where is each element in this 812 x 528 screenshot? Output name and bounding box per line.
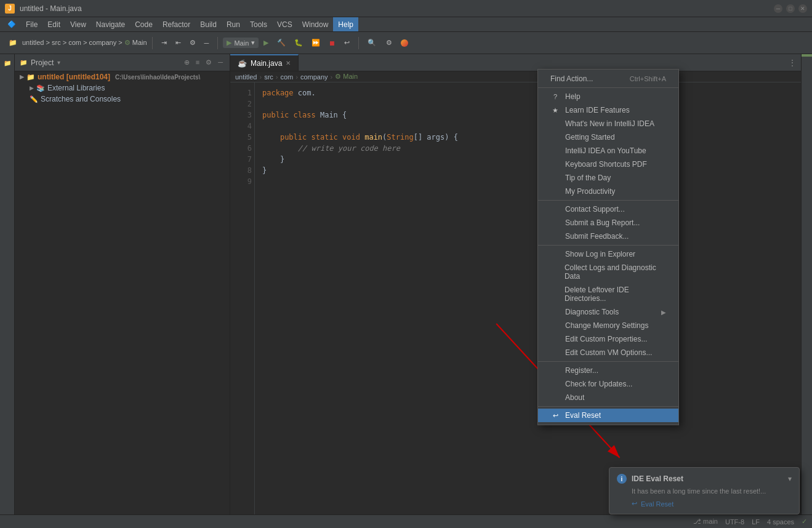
- menu-keyboard-shortcuts[interactable]: Keyboard Shortcuts PDF: [538, 158, 678, 171]
- menu-edit-custom-props[interactable]: Edit Custom Properties...: [538, 332, 678, 346]
- menu-submit-feedback[interactable]: Submit Feedback...: [538, 230, 678, 243]
- close-button[interactable]: ✕: [798, 4, 807, 13]
- notification-header: i IDE Eval Reset ▾: [617, 474, 792, 484]
- panel-collapse-btn[interactable]: ≡: [194, 58, 201, 67]
- minimize-button[interactable]: ─: [774, 4, 782, 13]
- breadcrumb-untitled: untitled: [235, 73, 257, 81]
- project-panel-title: Project: [31, 58, 54, 67]
- maximize-button[interactable]: □: [786, 4, 795, 13]
- project-dropdown[interactable]: 📁: [5, 37, 21, 49]
- scratches-label: Scratches and Consoles: [41, 95, 121, 103]
- code-content[interactable]: package com. public class Main { public …: [255, 82, 801, 514]
- menu-window[interactable]: Window: [297, 17, 334, 31]
- toolbar-run-group: ▶ Main ▾ ▶ 🔨 🐛 ⏩ ⏹ ↩: [223, 37, 353, 49]
- menu-help-item[interactable]: ? Help: [538, 90, 678, 103]
- line-ending[interactable]: LF: [752, 518, 760, 526]
- run-tests-btn[interactable]: ⏩: [308, 37, 324, 49]
- toolbar-minus-btn[interactable]: ─: [201, 38, 213, 49]
- menu-refactor[interactable]: Refactor: [158, 17, 195, 31]
- menu-item-app[interactable]: 🔷: [2, 17, 21, 31]
- menu-tip-of-day[interactable]: Tip of the Day: [538, 171, 678, 185]
- settings-btn[interactable]: ⚙: [382, 37, 396, 49]
- menu-whats-new[interactable]: What's New in IntelliJ IDEA: [538, 117, 678, 130]
- menu-file[interactable]: File: [21, 17, 42, 31]
- status-right: ⎇ main UTF-8 LF 4 spaces ✓: [693, 518, 807, 526]
- tab-main-java[interactable]: ☕ Main.java ✕: [230, 54, 299, 71]
- menu-about[interactable]: About: [538, 391, 678, 404]
- menu-edit[interactable]: Edit: [42, 17, 65, 31]
- user-avatar[interactable]: [401, 39, 408, 47]
- tab-close-btn[interactable]: ✕: [286, 60, 291, 66]
- search-everywhere-btn[interactable]: 🔍: [364, 37, 380, 49]
- toolbar: 📁 untitled > src > com > company > ⚙ Mai…: [0, 32, 812, 54]
- notification-action-btn[interactable]: ↩ Eval Reset: [617, 500, 792, 508]
- build-button[interactable]: 🔨: [273, 37, 289, 49]
- project-panel: 📁 Project ▾ ⊕ ≡ ⚙ ─ ▶ 📁 untitled [untitl…: [15, 54, 230, 514]
- run-button[interactable]: ▶: [260, 37, 272, 49]
- git-branch[interactable]: ⎇ main: [693, 518, 718, 526]
- toolbar-settings-btn[interactable]: ⚙: [186, 37, 199, 49]
- menu-contact-support[interactable]: Contact Support...: [538, 202, 678, 216]
- submit-bug-label: Submit a Bug Report...: [565, 218, 640, 227]
- menu-check-updates[interactable]: Check for Updates...: [538, 377, 678, 391]
- menu-collect-logs[interactable]: Collect Logs and Diagnostic Data: [538, 261, 678, 283]
- panel-locate-btn[interactable]: ⊕: [182, 58, 191, 67]
- menu-navigate[interactable]: Navigate: [91, 17, 130, 31]
- toolbar-expand-btn[interactable]: ⇥: [158, 37, 171, 49]
- toolbar-separator-2: [217, 37, 218, 49]
- contact-support-label: Contact Support...: [565, 205, 625, 214]
- breadcrumb: untitled > src > com > company > ⚙ Main: [22, 39, 147, 47]
- menu-code[interactable]: Code: [130, 17, 158, 31]
- encoding[interactable]: UTF-8: [725, 518, 744, 526]
- tab-more-btn[interactable]: ⋮: [784, 58, 801, 67]
- menu-find-action[interactable]: Find Action... Ctrl+Shift+A: [538, 72, 678, 86]
- app-icon: J: [5, 4, 15, 14]
- breadcrumb-main: ⚙ Main: [335, 73, 358, 81]
- menu-diagnostic-tools[interactable]: Diagnostic Tools ▶: [538, 305, 678, 319]
- menu-register[interactable]: Register...: [538, 364, 678, 377]
- menu-delete-leftover[interactable]: Delete Leftover IDE Directories...: [538, 283, 678, 305]
- code-editor[interactable]: 1 2 3 4 5 6 7 8 9 package com. public cl…: [230, 82, 801, 514]
- ext-libs-arrow: ▶: [30, 85, 34, 91]
- run-config-dropdown[interactable]: ▶ Main ▾: [223, 38, 259, 48]
- project-panel-header: 📁 Project ▾ ⊕ ≡ ⚙ ─: [15, 54, 230, 71]
- panel-more-btn[interactable]: ⚙: [204, 58, 214, 67]
- notification-popup: i IDE Eval Reset ▾ It has been a long ti…: [609, 467, 800, 514]
- menu-getting-started[interactable]: Getting Started: [538, 130, 678, 144]
- tree-item-external-libs[interactable]: ▶ 📚 External Libraries: [15, 82, 230, 94]
- main-layout: 📁 📁 Project ▾ ⊕ ≡ ⚙ ─ ▶ 📁 untitled [unti…: [0, 54, 812, 514]
- notification-close-btn[interactable]: ▾: [788, 474, 792, 483]
- panel-close-btn[interactable]: ─: [216, 58, 225, 67]
- debug-button[interactable]: 🐛: [291, 37, 307, 49]
- menu-help[interactable]: Help: [333, 17, 358, 31]
- menu-my-productivity[interactable]: My Productivity: [538, 185, 678, 198]
- menu-view[interactable]: View: [65, 17, 91, 31]
- panel-actions: ⊕ ≡ ⚙ ─: [182, 58, 225, 67]
- eval-reset-label: Eval Reset: [565, 411, 601, 420]
- project-folder-icon: 📁: [20, 59, 27, 66]
- menu-show-log[interactable]: Show Log in Explorer: [538, 247, 678, 261]
- menu-change-memory[interactable]: Change Memory Settings: [538, 319, 678, 332]
- back-btn[interactable]: ↩: [340, 37, 353, 49]
- check-updates-label: Check for Updates...: [565, 380, 632, 388]
- menu-learn-ide[interactable]: ★ Learn IDE Features: [538, 103, 678, 117]
- menu-edit-custom-vm[interactable]: Edit Custom VM Options...: [538, 346, 678, 359]
- menu-vcs[interactable]: VCS: [272, 17, 297, 31]
- menu-build[interactable]: Build: [195, 17, 222, 31]
- menu-submit-bug[interactable]: Submit a Bug Report...: [538, 216, 678, 230]
- indent-size[interactable]: 4 spaces: [767, 518, 794, 526]
- tab-bar: ☕ Main.java ✕ ⋮: [230, 54, 801, 71]
- tree-item-scratches[interactable]: ✏️ Scratches and Consoles: [15, 94, 230, 105]
- getting-started-label: Getting Started: [565, 133, 615, 142]
- project-dropdown-arrow[interactable]: ▾: [57, 59, 60, 66]
- toolbar-collapse-btn[interactable]: ⇤: [172, 37, 185, 49]
- menu-tools[interactable]: Tools: [245, 17, 272, 31]
- menu-eval-reset[interactable]: ↩ Eval Reset: [538, 409, 678, 422]
- menu-youtube[interactable]: IntelliJ IDEA on YouTube: [538, 144, 678, 158]
- stop-btn[interactable]: ⏹: [325, 38, 339, 49]
- menu-run[interactable]: Run: [222, 17, 245, 31]
- tree-item-root[interactable]: ▶ 📁 untitled [untitled104] C:\Users\linh…: [15, 71, 230, 82]
- keyboard-shortcuts-label: Keyboard Shortcuts PDF: [565, 160, 647, 169]
- eval-reset-action-icon: ↩: [632, 500, 637, 508]
- sidebar-project-icon[interactable]: 📁: [1, 57, 14, 69]
